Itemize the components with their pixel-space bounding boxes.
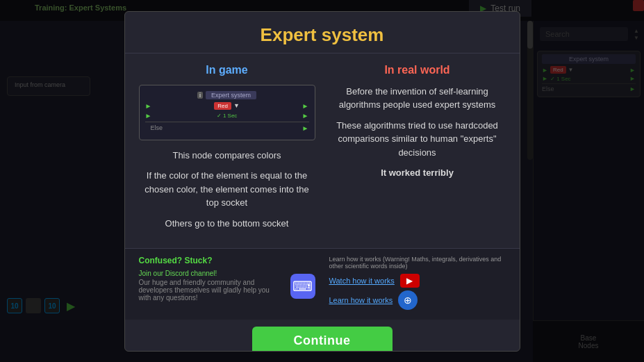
description-1: This node compares colors	[139, 149, 315, 163]
learn-link[interactable]: Learn how it works	[329, 296, 393, 304]
real-world-2: These algorithms tried to use hardcoded …	[329, 119, 506, 160]
modal-title: Expert system	[139, 24, 506, 46]
bottom-left: Confused? Stuck? Join our Discord channe…	[139, 256, 315, 303]
modal-overlay: Expert system In game i Expert system ► …	[0, 0, 644, 362]
discord-sub-text: Our huge and friendly community and deve…	[139, 279, 283, 302]
nd-timer-row: ► ✓ 1 Sec ►	[145, 112, 309, 120]
web-icon[interactable]: ⊕	[398, 290, 418, 310]
nd-right-arrow: ►	[302, 102, 309, 110]
discord-logo: ⌨	[292, 278, 313, 295]
continue-button[interactable]: Continue	[252, 327, 393, 352]
expert-system-node-diagram: i Expert system ► Red ▼ ► ► ✓ 1 Sec	[139, 85, 315, 140]
description-2: If the color of the element is equal to …	[139, 169, 315, 210]
discord-section: Join our Discord channel! Our huge and f…	[139, 270, 315, 303]
col-left-header: In game	[139, 64, 315, 76]
col-right-header: In real world	[329, 64, 506, 76]
nd-left-arrow: ►	[145, 102, 152, 110]
discord-icon[interactable]: ⌨	[290, 274, 315, 299]
nd-separator	[145, 122, 309, 122]
nd-title-row: i Expert system	[145, 91, 309, 99]
nd-red-badge: Red	[214, 102, 231, 110]
discord-text: Join our Discord channel! Our huge and f…	[139, 270, 283, 303]
web-globe-icon: ⊕	[404, 295, 412, 306]
confused-title: Confused? Stuck?	[139, 256, 315, 265]
watch-link[interactable]: Watch how it works	[329, 277, 395, 285]
nd-title-label: Expert system	[206, 91, 256, 99]
description-3: Others go to the bottom socket	[139, 217, 315, 231]
nd-timer: ✓ 1 Sec	[217, 113, 238, 119]
discord-main-text: Join our Discord channel!	[139, 270, 283, 277]
learn-warning-text: Learn how it works (Warning! Maths, inte…	[329, 256, 506, 270]
bottom-right: Learn how it works (Warning! Maths, inte…	[329, 256, 506, 313]
real-world-3: It worked terribly	[329, 166, 506, 180]
nd-red-row: ► Red ▼ ►	[145, 102, 309, 110]
nd-i-badge: i	[197, 92, 203, 99]
watch-row: Watch how it works ▶	[329, 274, 506, 288]
col-real-world: In real world Before the invention of se…	[329, 64, 506, 238]
yt-play-icon: ▶	[406, 276, 413, 286]
modal-header: Expert system	[125, 12, 520, 54]
nd-dropdown: ▼	[233, 102, 240, 109]
youtube-icon[interactable]: ▶	[400, 274, 420, 288]
nd-timer-right-arrow: ►	[302, 112, 309, 120]
nd-else-label: Else	[145, 124, 163, 131]
modal-footer: Continue	[125, 320, 520, 352]
modal-body: In game i Expert system ► Red ▼ ►	[125, 54, 520, 248]
modal-bottom: Confused? Stuck? Join our Discord channe…	[125, 248, 520, 320]
col-in-game: In game i Expert system ► Red ▼ ►	[139, 64, 315, 238]
expert-system-modal: Expert system In game i Expert system ► …	[124, 11, 520, 352]
real-world-1: Before the invention of self-learning al…	[329, 85, 506, 112]
nd-else-right-arrow: ►	[302, 124, 309, 132]
nd-else-row: Else ►	[145, 124, 309, 132]
learn-row: Learn how it works ⊕	[329, 290, 506, 310]
nd-play-arrow: ►	[145, 112, 152, 120]
